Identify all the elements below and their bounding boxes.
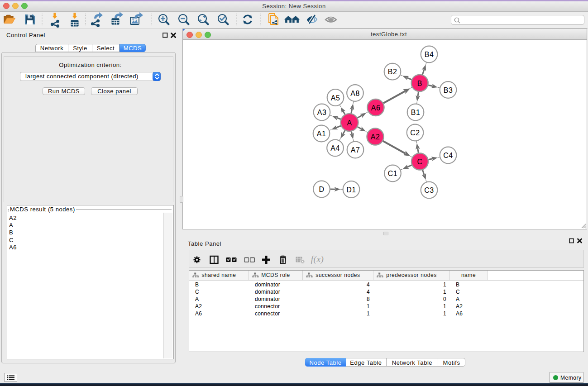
svg-text:B4: B4 (425, 51, 434, 58)
svg-text:B1: B1 (411, 109, 420, 116)
svg-text:C4: C4 (443, 152, 453, 159)
svg-text:A1: A1 (317, 130, 326, 138)
svg-text:f(x): f(x) (311, 254, 324, 264)
svg-text:A: A (347, 119, 352, 127)
svg-text:D1: D1 (346, 186, 356, 194)
svg-text:C1: C1 (388, 170, 397, 177)
svg-text:A7: A7 (351, 146, 360, 154)
svg-text:C: C (417, 158, 423, 166)
svg-text:A6: A6 (371, 104, 380, 112)
svg-text:A4: A4 (330, 144, 339, 152)
svg-text:B: B (417, 80, 422, 87)
svg-text:A2: A2 (371, 133, 380, 141)
svg-text:A8: A8 (350, 90, 359, 97)
svg-text:B3: B3 (444, 86, 453, 94)
svg-text:A3: A3 (317, 109, 326, 116)
svg-text:A5: A5 (331, 94, 340, 102)
svg-text:D: D (319, 186, 325, 193)
svg-text:C2: C2 (410, 129, 420, 137)
svg-text:B2: B2 (388, 68, 397, 76)
svg-text:C3: C3 (424, 186, 434, 194)
